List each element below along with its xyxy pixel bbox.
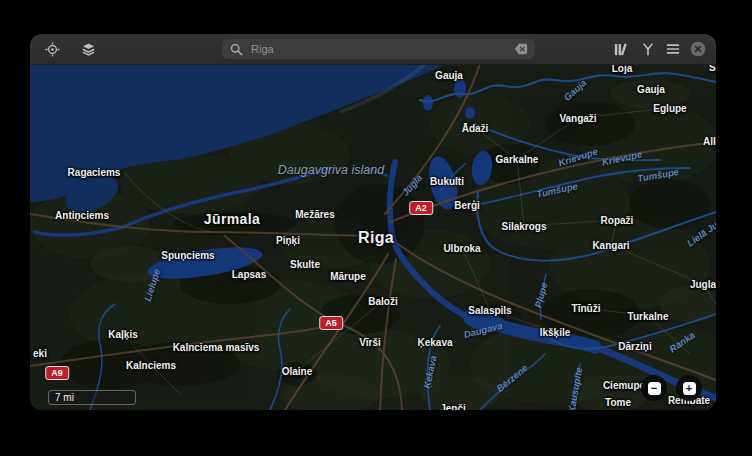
map-scale-label: 7 mi bbox=[55, 392, 74, 403]
header-bar bbox=[30, 34, 716, 65]
plus-icon: + bbox=[683, 382, 696, 395]
map-canvas[interactable]: GaujaLojaSiGaujaEglupeVangažiĀdažiAllaži… bbox=[30, 64, 716, 410]
map-scale-bar: 7 mi bbox=[48, 390, 136, 405]
maps-app-window: GaujaLojaSiGaujaEglupeVangažiĀdažiAllaži… bbox=[30, 34, 716, 410]
locate-icon[interactable] bbox=[44, 41, 60, 57]
search-input[interactable] bbox=[249, 42, 510, 56]
route-icon[interactable] bbox=[640, 41, 656, 57]
search-field[interactable] bbox=[222, 39, 535, 59]
bookmarks-icon[interactable] bbox=[612, 41, 628, 57]
layers-icon[interactable] bbox=[80, 41, 96, 57]
search-icon bbox=[230, 43, 243, 56]
map-graphics bbox=[30, 64, 716, 410]
clear-icon[interactable] bbox=[514, 43, 528, 55]
zoom-in-button[interactable]: + bbox=[676, 375, 702, 401]
minus-icon: − bbox=[648, 382, 661, 395]
close-icon[interactable] bbox=[690, 41, 706, 57]
zoom-out-button[interactable]: − bbox=[641, 375, 667, 401]
menu-icon[interactable] bbox=[665, 41, 681, 57]
